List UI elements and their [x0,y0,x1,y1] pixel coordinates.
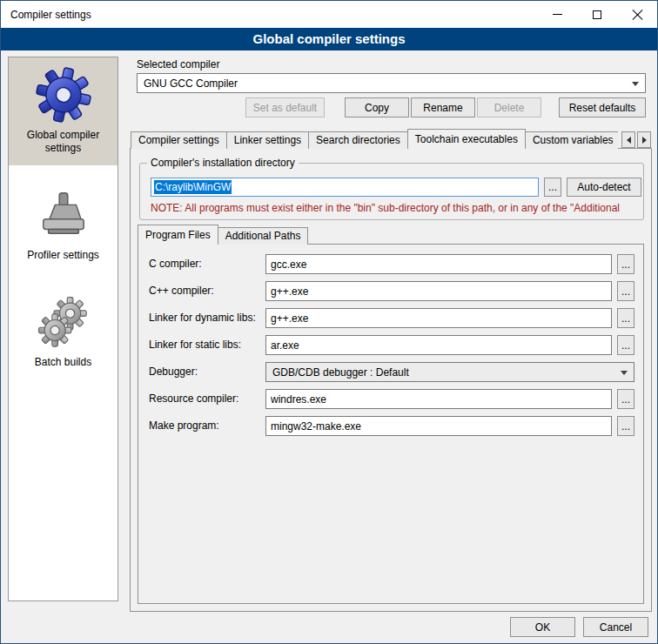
program-tabs: Program Files Additional Paths [138,226,307,245]
chevron-down-icon [632,82,639,86]
tab-search-directories[interactable]: Search directories [308,131,408,149]
auto-detect-button[interactable]: Auto-detect [567,178,641,197]
sidebar-item-batch-builds[interactable]: Batch builds [9,285,118,379]
compiler-settings-window: Compiler settings Global compiler settin… [0,0,658,644]
ok-button[interactable]: OK [510,617,575,637]
cpp-compiler-label: C++ compiler: [149,285,214,297]
cpp-compiler-browse-button[interactable]: ... [617,281,634,301]
debugger-row: Debugger: GDB/CDB debugger : Default [138,362,643,382]
debugger-select-value: GDB/CDB debugger : Default [272,366,409,379]
batch-builds-icon [10,293,116,351]
resource-compiler-label: Resource compiler: [149,392,238,405]
make-program-label: Make program: [149,419,219,432]
maximize-button[interactable] [577,1,617,28]
minimize-button[interactable] [537,1,577,28]
profiler-icon [10,186,116,244]
delete-button: Delete [477,97,541,117]
tab-custom-variables[interactable]: Custom variables [525,131,618,149]
c-compiler-label: C compiler: [149,258,202,270]
installation-directory-input[interactable]: C:\raylib\MinGW [151,178,539,197]
tab-scroll-right-button[interactable] [637,131,651,148]
resource-compiler-browse-button[interactable]: ... [617,389,634,409]
static-linker-input[interactable] [265,335,612,355]
debugger-label: Debugger: [149,366,198,378]
resource-compiler-row: Resource compiler: ... [138,389,643,409]
close-button[interactable] [617,1,657,28]
cancel-button[interactable]: Cancel [583,617,648,637]
titlebar[interactable]: Compiler settings [1,1,657,28]
static-linker-label: Linker for static libs: [149,339,241,351]
selected-compiler-label: Selected compiler [137,58,219,70]
sidebar-item-label: Global compiler settings [10,129,116,155]
installation-directory-group-title: Compiler's installation directory [147,157,299,169]
c-compiler-input[interactable] [265,254,612,274]
tab-program-files[interactable]: Program Files [138,225,218,245]
tab-scroll-left-button[interactable] [621,131,635,148]
make-program-browse-button[interactable]: ... [617,416,634,436]
compiler-select[interactable]: GNU GCC Compiler [137,73,646,93]
sidebar-item-global-compiler-settings[interactable]: Global compiler settings [9,57,118,165]
selected-text: C:\raylib\MinGW [154,180,232,194]
cpp-compiler-row: C++ compiler: ... [138,281,643,301]
arrow-left-icon [627,137,631,144]
tab-additional-paths[interactable]: Additional Paths [218,227,309,245]
cpp-compiler-input[interactable] [265,281,612,301]
settings-tabs: Compiler settings Linker settings Search… [131,129,618,149]
c-compiler-browse-button[interactable]: ... [617,254,634,274]
dynamic-linker-row: Linker for dynamic libs: ... [138,308,643,328]
minimize-icon [553,14,562,15]
arrow-right-icon [642,137,647,144]
dynamic-linker-label: Linker for dynamic libs: [149,312,256,324]
reset-defaults-button[interactable]: Reset defaults [559,97,646,117]
sidebar-item-label: Batch builds [10,356,116,369]
dynamic-linker-browse-button[interactable]: ... [617,308,634,328]
tab-toolchain-executables[interactable]: Toolchain executables [407,129,526,149]
rename-button[interactable]: Rename [411,97,475,117]
tab-linker-settings[interactable]: Linker settings [226,131,309,149]
sidebar: Global compiler settings Profiler settin… [8,57,118,601]
static-linker-row: Linker for static libs: ... [138,335,643,355]
make-program-input[interactable] [265,416,612,436]
gear-icon [10,66,116,124]
dialog-banner: Global compiler settings [1,28,657,50]
program-files-panel: C compiler: ... C++ compiler: ... Linker… [138,244,644,604]
maximize-icon [593,10,601,19]
tab-compiler-settings[interactable]: Compiler settings [131,131,227,149]
c-compiler-row: C compiler: ... [138,254,643,274]
compiler-select-value: GNU GCC Compiler [144,77,238,90]
debugger-select[interactable]: GDB/CDB debugger : Default [265,362,634,382]
dynamic-linker-input[interactable] [265,308,612,328]
make-program-row: Make program: ... [138,416,643,436]
copy-button[interactable]: Copy [345,97,409,117]
resource-compiler-input[interactable] [265,389,612,409]
installation-directory-group: Compiler's installation directory C:\ray… [139,163,644,220]
chevron-down-icon [621,371,628,375]
window-title: Compiler settings [1,1,537,28]
set-as-default-button: Set as default [245,97,325,117]
close-icon [631,9,643,21]
static-linker-browse-button[interactable]: ... [617,335,634,355]
installation-directory-browse-button[interactable]: ... [544,178,561,197]
toolchain-executables-panel: Compiler's installation directory C:\ray… [130,148,652,612]
bin-subdirectory-note: NOTE: All programs must exist either in … [151,202,643,214]
sidebar-item-label: Profiler settings [10,249,116,262]
sidebar-item-profiler-settings[interactable]: Profiler settings [9,178,118,272]
